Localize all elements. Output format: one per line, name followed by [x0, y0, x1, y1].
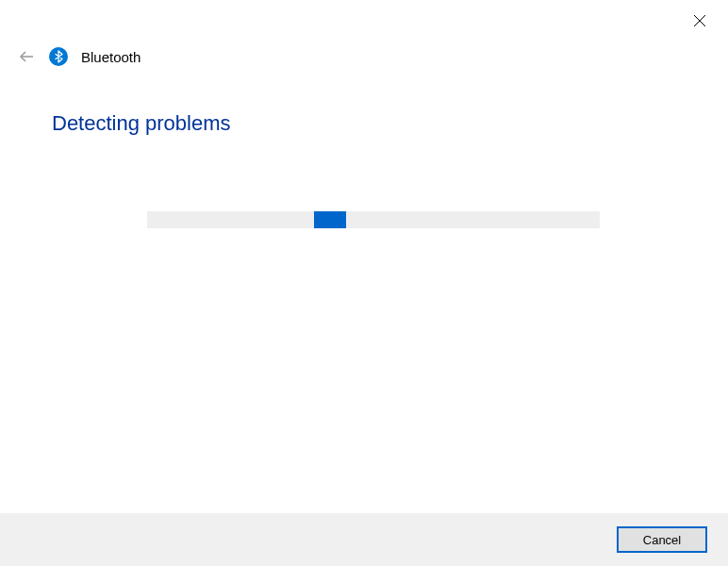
- close-button[interactable]: [688, 9, 711, 32]
- window-title: Bluetooth: [81, 49, 141, 65]
- footer: Cancel: [0, 513, 728, 566]
- progress-indicator: [314, 211, 346, 228]
- header: Bluetooth: [17, 47, 141, 66]
- cancel-button[interactable]: Cancel: [617, 526, 707, 553]
- close-icon: [693, 14, 706, 27]
- progress-bar: [147, 211, 600, 228]
- bluetooth-icon: [49, 47, 68, 66]
- back-arrow-icon: [18, 48, 35, 65]
- back-button[interactable]: [17, 47, 36, 66]
- page-heading: Detecting problems: [52, 111, 231, 136]
